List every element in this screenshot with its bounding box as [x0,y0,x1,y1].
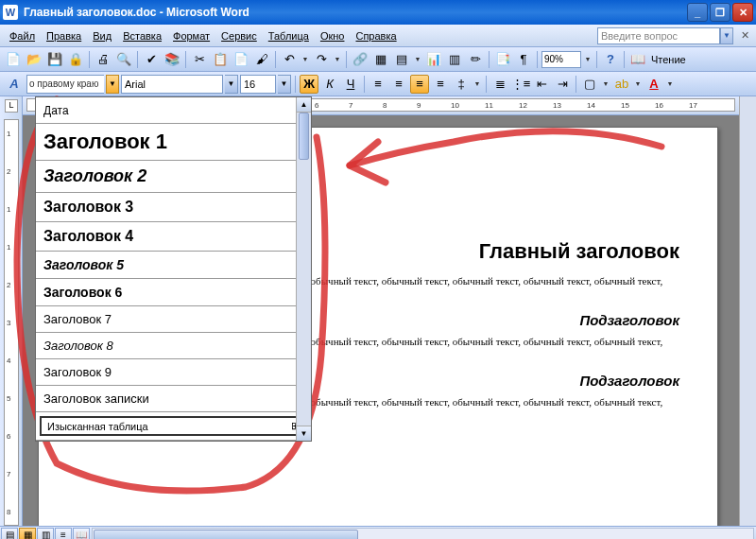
reading-label[interactable]: Чтение [651,54,686,65]
scroll-up-button[interactable]: ▲ [297,97,311,113]
web-layout-view-button[interactable]: ▥ [37,528,54,540]
help-search-dropdown[interactable]: ▼ [720,27,733,44]
insert-table-button[interactable]: ▤ [392,50,411,69]
style-option-heading8[interactable]: Заголовок 8¶ [36,333,311,359]
permissions-button[interactable]: 🔒 [66,50,85,69]
underline-button[interactable]: Ч [341,75,360,94]
font-color-button[interactable]: A [644,75,663,94]
font-dropdown-button[interactable]: ▼ [225,75,238,94]
undo-button[interactable]: ↶ [280,50,299,69]
standard-toolbar: 📄 📂 💾 🔒 🖨 🔍 ✔ 📚 ✂ 📋 📄 🖌 ↶ ▼ ↷ ▼ 🔗 ▦ ▤ ▼ … [0,47,756,72]
style-option-heading4[interactable]: Заголовок 4¶ [36,222,311,252]
print-layout-view-button[interactable]: ▦ [19,528,36,540]
style-option-date[interactable]: Дата¶ [36,97,311,124]
open-button[interactable]: 📂 [25,50,43,69]
style-dropdown-button[interactable]: ▼ [106,75,119,94]
font-size-dropdown-button[interactable]: ▼ [278,75,291,94]
style-option-heading6[interactable]: Заголовок 6¶ [36,279,311,306]
spellcheck-button[interactable]: ✔ [142,50,161,69]
close-button[interactable]: ✕ [732,3,753,22]
menu-format[interactable]: Формат [167,28,215,43]
hscroll-thumb[interactable] [94,530,358,540]
bullets-button[interactable]: ⋮≡ [511,75,530,94]
tab-selector[interactable]: L [5,99,18,113]
hyperlink-button[interactable]: 🔗 [351,50,369,69]
normal-view-button[interactable]: ▤ [1,528,18,540]
insert-table-dropdown[interactable]: ▼ [413,56,422,62]
style-option-heading3[interactable]: Заголовок 3¶ [36,193,311,222]
drawing-button[interactable]: ✏ [466,50,485,69]
highlight-button[interactable]: ab [612,75,631,94]
bold-button[interactable]: Ж [300,75,318,94]
vertical-scrollbar[interactable] [739,96,756,526]
doc-map-button[interactable]: 📑 [493,50,512,69]
styles-pane-button[interactable]: A [4,75,25,94]
menu-table[interactable]: Таблица [263,28,315,43]
style-option-note-heading[interactable]: Заголовок записки¶ [36,386,311,412]
numbering-button[interactable]: ≣ [490,75,509,94]
research-button[interactable]: 📚 [163,50,181,69]
font-size-selector[interactable]: 16 [240,75,276,94]
style-selector[interactable]: о правому краю [26,75,104,94]
redo-dropdown[interactable]: ▼ [333,56,342,62]
show-marks-button[interactable]: ¶ [514,50,533,69]
style-option-heading1[interactable]: Заголовок 1¶ [36,124,311,161]
borders-dropdown[interactable]: ▼ [601,80,610,87]
zoom-dropdown[interactable]: ▼ [583,56,593,62]
align-justify-button[interactable]: ≡ [431,75,450,94]
print-button[interactable]: 🖨 [94,50,112,69]
reading-layout-button[interactable]: 📖 [628,50,647,69]
print-preview-button[interactable]: 🔍 [114,50,133,69]
scroll-thumb[interactable] [299,113,309,160]
zoom-input[interactable]: 90% [541,51,581,68]
reading-view-button[interactable]: 📖 [73,528,90,540]
menu-file[interactable]: Файл [4,28,41,43]
new-doc-button[interactable]: 📄 [4,50,23,69]
line-spacing-dropdown[interactable]: ▼ [472,80,482,87]
align-left-button[interactable]: ≡ [369,75,387,94]
menu-view[interactable]: Вид [87,28,117,43]
cut-button[interactable]: ✂ [190,50,209,69]
menu-help[interactable]: Справка [350,28,402,43]
style-option-heading7[interactable]: Заголовок 7¶ [36,306,311,333]
redo-button[interactable]: ↷ [312,50,331,69]
save-button[interactable]: 💾 [45,50,64,69]
minimize-button[interactable]: _ [687,3,708,22]
copy-button[interactable]: 📋 [211,50,230,69]
align-right-button[interactable]: ≡ [410,75,429,94]
tables-borders-button[interactable]: ▦ [371,50,390,69]
decrease-indent-button[interactable]: ⇤ [532,75,551,94]
style-option-heading2[interactable]: Заголовок 2¶ [36,161,311,193]
highlight-dropdown[interactable]: ▼ [633,80,643,87]
excel-button[interactable]: 📊 [424,50,443,69]
columns-button[interactable]: ▥ [445,50,464,69]
horizontal-scrollbar[interactable] [92,528,754,540]
scroll-down-button[interactable]: ▼ [297,426,311,441]
increase-indent-button[interactable]: ⇥ [553,75,572,94]
style-option-heading9[interactable]: Заголовок 9¶ [36,359,311,386]
style-option-table[interactable]: Изысканная таблица⊞ [36,412,311,441]
titlebar: W Главный заголовок.doc - Microsoft Word… [0,0,756,25]
menu-edit[interactable]: Правка [41,28,87,43]
paste-button[interactable]: 📄 [232,50,250,69]
italic-button[interactable]: К [320,75,339,94]
font-selector[interactable]: Arial [121,75,223,94]
style-option-heading5[interactable]: Заголовок 5¶ [36,252,311,279]
format-painter-button[interactable]: 🖌 [252,50,271,69]
menu-window[interactable]: Окно [315,28,351,43]
dropdown-scrollbar[interactable]: ▲ ▼ [296,97,311,441]
outline-view-button[interactable]: ≡ [55,528,72,540]
menu-tools[interactable]: Сервис [215,28,263,43]
help-search-input[interactable]: Введите вопрос [597,27,720,44]
align-center-button[interactable]: ≡ [389,75,408,94]
borders-button[interactable]: ▢ [580,75,599,94]
line-spacing-button[interactable]: ‡ [452,75,471,94]
maximize-button[interactable]: ❐ [710,3,730,22]
view-bar: ▤ ▦ ▥ ≡ 📖 [0,526,756,539]
font-color-dropdown[interactable]: ▼ [665,80,675,87]
menubar-close-button[interactable]: ✕ [737,28,752,43]
style-dropdown-list: Дата¶ Заголовок 1¶ Заголовок 2¶ Заголово… [35,96,312,442]
menu-insert[interactable]: Вставка [117,28,167,43]
help-button[interactable]: ? [601,50,620,69]
undo-dropdown[interactable]: ▼ [301,56,310,62]
